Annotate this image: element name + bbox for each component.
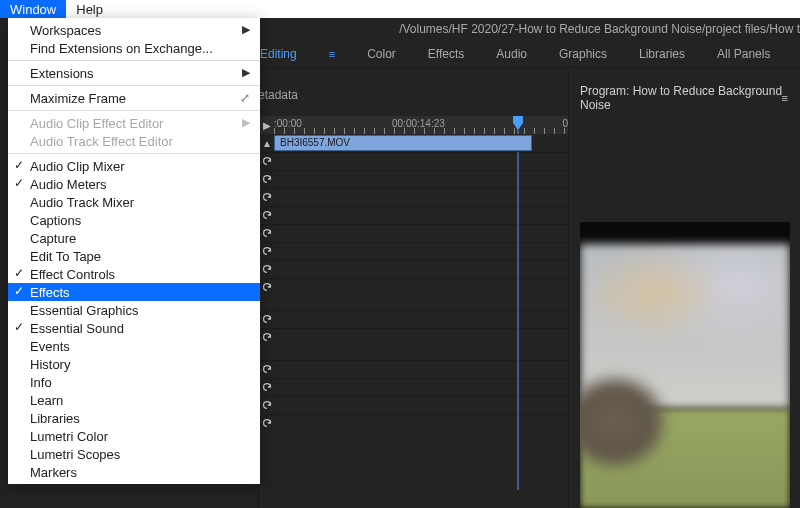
timeline-scale[interactable]: :00:00 00:00:14:23 0: [274, 116, 568, 134]
tab-graphics[interactable]: Graphics: [559, 43, 607, 65]
menu-item-label: Workspaces: [30, 23, 101, 38]
menu-item-label: Audio Clip Mixer: [30, 159, 125, 174]
menu-item-audio-track-effect-editor: Audio Track Effect Editor: [8, 132, 260, 150]
undo-icon[interactable]: [260, 263, 274, 277]
track-gap: [260, 346, 568, 360]
menu-item-history[interactable]: History: [8, 355, 260, 373]
undo-icon[interactable]: [260, 313, 274, 327]
menu-item-label: Info: [30, 375, 52, 390]
menu-item-audio-track-mixer[interactable]: Audio Track Mixer: [8, 193, 260, 211]
program-panel-title: Program: How to Reduce Background Noise: [580, 84, 792, 112]
menubar-window[interactable]: Window: [0, 0, 66, 18]
track-row[interactable]: [260, 152, 568, 170]
play-icon[interactable]: ▶: [260, 120, 274, 131]
submenu-arrow-icon: ▶: [242, 66, 250, 79]
undo-icon[interactable]: [260, 173, 274, 187]
panel-menu-icon[interactable]: ≡: [782, 92, 788, 104]
timeline-track-rows: [260, 152, 568, 432]
menu-item-libraries[interactable]: Libraries: [8, 409, 260, 427]
menu-item-label: Audio Clip Effect Editor: [30, 116, 163, 131]
track-row[interactable]: [260, 278, 568, 296]
timeline-panel: ▶ :00:00 00:00:14:23 0 ▲ BH3I6557.MOV: [260, 116, 568, 432]
hamburger-icon[interactable]: ≡: [329, 48, 335, 60]
menu-item-label: Libraries: [30, 411, 80, 426]
metadata-panel-tab[interactable]: etadata: [258, 88, 298, 102]
undo-icon[interactable]: [260, 227, 274, 241]
playhead[interactable]: [511, 116, 525, 130]
menu-separator: [8, 110, 260, 111]
undo-icon[interactable]: [260, 331, 274, 345]
undo-icon[interactable]: [260, 245, 274, 259]
track-expand-icon[interactable]: ▲: [260, 138, 274, 149]
program-monitor[interactable]: [580, 222, 790, 508]
track-row[interactable]: [260, 378, 568, 396]
menu-item-maximize-frame[interactable]: Maximize Frame⤢: [8, 89, 260, 107]
track-row[interactable]: [260, 206, 568, 224]
menu-item-effects[interactable]: ✓Effects: [8, 283, 260, 301]
undo-icon[interactable]: [260, 363, 274, 377]
menu-item-events[interactable]: Events: [8, 337, 260, 355]
track-row[interactable]: [260, 242, 568, 260]
menu-item-essential-sound[interactable]: ✓Essential Sound: [8, 319, 260, 337]
tab-all-panels[interactable]: All Panels: [717, 43, 770, 65]
track-row[interactable]: [260, 328, 568, 346]
track-gap: [260, 296, 568, 310]
menu-item-label: Lumetri Color: [30, 429, 108, 444]
menu-item-label: Edit To Tape: [30, 249, 101, 264]
menu-item-label: Audio Track Effect Editor: [30, 134, 173, 149]
undo-icon[interactable]: [260, 381, 274, 395]
menubar: Window Help: [0, 0, 800, 18]
menu-item-essential-graphics[interactable]: Essential Graphics: [8, 301, 260, 319]
menu-item-effect-controls[interactable]: ✓Effect Controls: [8, 265, 260, 283]
menu-item-label: Learn: [30, 393, 63, 408]
expand-icon: ⤢: [240, 91, 250, 105]
tab-effects[interactable]: Effects: [428, 43, 464, 65]
menu-item-label: Maximize Frame: [30, 91, 126, 106]
menu-item-audio-clip-effect-editor: Audio Clip Effect Editor▶: [8, 114, 260, 132]
check-icon: ✓: [14, 320, 24, 334]
menu-item-capture[interactable]: Capture: [8, 229, 260, 247]
track-row[interactable]: [260, 170, 568, 188]
track-row[interactable]: [260, 188, 568, 206]
tab-libraries[interactable]: Libraries: [639, 43, 685, 65]
tab-editing[interactable]: Editing: [260, 43, 297, 65]
menu-item-label: Essential Graphics: [30, 303, 138, 318]
submenu-arrow-icon: ▶: [242, 116, 250, 129]
menu-item-workspaces[interactable]: Workspaces▶: [8, 21, 260, 39]
timeline-clip[interactable]: BH3I6557.MOV: [274, 135, 532, 151]
workspace-tabs: Editing ≡ Color Effects Audio Graphics L…: [260, 40, 800, 68]
menu-item-lumetri-color[interactable]: Lumetri Color: [8, 427, 260, 445]
track-row[interactable]: [260, 414, 568, 432]
timeline-ruler[interactable]: ▶ :00:00 00:00:14:23 0: [260, 116, 568, 134]
track-row[interactable]: [260, 310, 568, 328]
track-row[interactable]: [260, 224, 568, 242]
track-row[interactable]: [260, 360, 568, 378]
menu-item-find-extensions-on-exchange[interactable]: Find Extensions on Exchange...: [8, 39, 260, 57]
track-row[interactable]: [260, 396, 568, 414]
clip-name: BH3I6557.MOV: [280, 137, 350, 148]
menu-item-info[interactable]: Info: [8, 373, 260, 391]
menu-item-lumetri-scopes[interactable]: Lumetri Scopes: [8, 445, 260, 463]
tab-audio[interactable]: Audio: [496, 43, 527, 65]
menu-item-extensions[interactable]: Extensions▶: [8, 64, 260, 82]
menu-item-label: Effects: [30, 285, 70, 300]
undo-icon[interactable]: [260, 191, 274, 205]
menu-item-captions[interactable]: Captions: [8, 211, 260, 229]
menubar-help[interactable]: Help: [66, 0, 113, 18]
menu-item-label: Capture: [30, 231, 76, 246]
program-panel-header: Program: How to Reduce Background Noise …: [580, 88, 792, 108]
menu-item-label: Audio Track Mixer: [30, 195, 134, 210]
menu-item-audio-clip-mixer[interactable]: ✓Audio Clip Mixer: [8, 157, 260, 175]
menu-item-markers[interactable]: Markers: [8, 463, 260, 481]
menu-item-learn[interactable]: Learn: [8, 391, 260, 409]
undo-icon[interactable]: [260, 281, 274, 295]
tab-color[interactable]: Color: [367, 43, 396, 65]
menu-item-label: Extensions: [30, 66, 94, 81]
undo-icon[interactable]: [260, 399, 274, 413]
menu-item-audio-meters[interactable]: ✓Audio Meters: [8, 175, 260, 193]
undo-icon[interactable]: [260, 209, 274, 223]
undo-icon[interactable]: [260, 417, 274, 431]
undo-icon[interactable]: [260, 155, 274, 169]
track-row[interactable]: [260, 260, 568, 278]
menu-item-edit-to-tape[interactable]: Edit To Tape: [8, 247, 260, 265]
